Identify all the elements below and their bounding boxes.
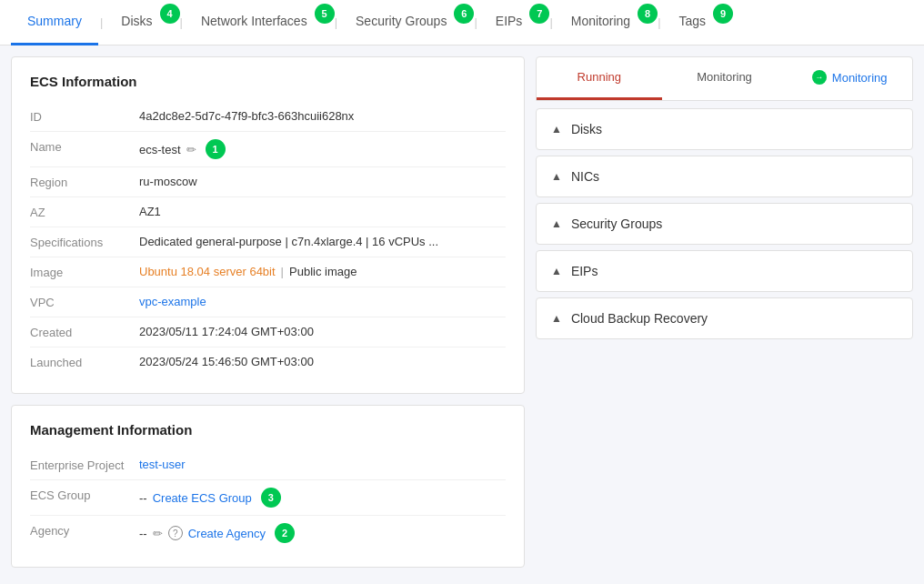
create-agency-link[interactable]: Create Agency	[188, 527, 266, 540]
management-info-title: Management Information	[30, 422, 506, 438]
badge-network-interfaces: 5	[315, 4, 335, 24]
accordion-nics: ▲ NICs	[536, 156, 913, 197]
value-enterprise-project[interactable]: test-user	[139, 458, 186, 471]
divider-3: |	[333, 0, 339, 45]
accordion-header-disks[interactable]: ▲ Disks	[537, 109, 912, 149]
status-tab-monitoring[interactable]: Monitoring	[662, 57, 788, 100]
tab-network-interfaces[interactable]: Network Interfaces 5	[185, 0, 333, 45]
value-specifications: Dedicated general-purpose | c7n.4xlarge.…	[139, 235, 438, 248]
divider-1: |	[98, 0, 105, 45]
row-launched: Launched 2023/05/24 15:46:50 GMT+03:00	[30, 347, 506, 377]
management-info-card: Management Information Enterprise Projec…	[11, 405, 525, 568]
row-image: Image Ubuntu 18.04 server 64bit | Public…	[30, 257, 506, 287]
value-image: Ubuntu 18.04 server 64bit | Public image	[139, 265, 357, 278]
value-created: 2023/05/11 17:24:04 GMT+03:00	[139, 325, 314, 338]
tab-monitoring[interactable]: Monitoring 8	[555, 0, 656, 45]
status-tab-running[interactable]: Running	[537, 57, 662, 100]
help-icon[interactable]: ?	[168, 526, 183, 540]
tab-eips[interactable]: EIPs 7	[479, 0, 548, 45]
arrow-security-groups-icon: ▲	[551, 217, 562, 230]
label-agency: Agency	[30, 523, 139, 538]
ecs-group-dash: --	[139, 491, 147, 505]
value-ecs-group: -- Create ECS Group 3	[139, 488, 281, 508]
row-name: Name ecs-test ✏ 1	[30, 132, 506, 167]
row-vpc: VPC vpc-example	[30, 287, 506, 317]
create-ecs-group-link[interactable]: Create ECS Group	[153, 491, 252, 505]
divider-6: |	[656, 0, 662, 45]
badge-security-groups: 6	[454, 4, 474, 24]
row-enterprise-project: Enterprise Project test-user	[30, 450, 506, 480]
badge-2: 2	[275, 523, 295, 543]
accordion-header-nics[interactable]: ▲ NICs	[537, 156, 912, 196]
public-image-label: Public image	[289, 265, 357, 278]
value-id: 4a2dc8e2-5d7c-47f9-bfc3-663hcuii628nx	[139, 109, 354, 123]
accordion-cloud-backup: ▲ Cloud Backup Recovery	[536, 297, 913, 339]
accordion-eips: ▲ EIPs	[536, 250, 913, 292]
value-launched: 2023/05/24 15:46:50 GMT+03:00	[139, 355, 314, 368]
tab-security-groups[interactable]: Security Groups 6	[339, 0, 472, 45]
ecs-info-title: ECS Information	[30, 74, 506, 89]
label-specifications: Specifications	[30, 235, 139, 249]
status-tab-monitoring-link[interactable]: Monitoring	[787, 57, 912, 100]
label-id: ID	[30, 109, 139, 124]
edit-name-icon[interactable]: ✏	[186, 143, 196, 156]
label-region: Region	[30, 175, 139, 189]
label-az: AZ	[30, 205, 139, 219]
label-name: Name	[30, 139, 139, 154]
label-launched: Launched	[30, 355, 139, 369]
edit-agency-icon[interactable]: ✏	[153, 527, 163, 540]
accordion-header-eips[interactable]: ▲ EIPs	[537, 251, 912, 291]
badge-monitoring: 8	[638, 4, 658, 24]
top-navigation: Summary | Disks 4 | Network Interfaces 5…	[0, 0, 924, 45]
accordion-disks: ▲ Disks	[536, 108, 913, 150]
tab-summary[interactable]: Summary	[11, 0, 98, 45]
badge-tags: 9	[713, 4, 733, 24]
value-region: ru-moscow	[139, 175, 197, 188]
accordion-security-groups: ▲ Security Groups	[536, 203, 913, 245]
label-vpc: VPC	[30, 295, 139, 309]
label-enterprise-project: Enterprise Project	[30, 458, 139, 472]
pipe-separator: |	[281, 265, 284, 278]
badge-1: 1	[206, 139, 226, 159]
row-ecs-group: ECS Group -- Create ECS Group 3	[30, 480, 506, 516]
status-tabs: Running Monitoring Monitoring	[536, 56, 913, 101]
accordion-header-cloud-backup[interactable]: ▲ Cloud Backup Recovery	[537, 298, 912, 338]
row-id: ID 4a2dc8e2-5d7c-47f9-bfc3-663hcuii628nx	[30, 102, 506, 132]
value-az: AZ1	[139, 205, 161, 218]
badge-disks: 4	[160, 4, 180, 24]
image-link[interactable]: Ubuntu 18.04 server 64bit	[139, 265, 276, 278]
arrow-cloud-backup-icon: ▲	[551, 312, 562, 325]
ecs-info-card: ECS Information ID 4a2dc8e2-5d7c-47f9-bf…	[11, 56, 525, 394]
value-vpc[interactable]: vpc-example	[139, 295, 206, 308]
divider-5: |	[547, 0, 554, 45]
arrow-eips-icon: ▲	[551, 265, 562, 277]
label-ecs-group: ECS Group	[30, 488, 139, 502]
badge-3: 3	[261, 488, 281, 508]
agency-dash: --	[139, 527, 147, 540]
row-az: AZ AZ1	[30, 197, 506, 227]
divider-4: |	[472, 0, 478, 45]
arrow-disks-icon: ▲	[551, 123, 562, 136]
value-agency: -- ✏ ? Create Agency 2	[139, 523, 295, 543]
row-specifications: Specifications Dedicated general-purpose…	[30, 227, 506, 257]
accordion-header-security-groups[interactable]: ▲ Security Groups	[537, 204, 912, 244]
row-agency: Agency -- ✏ ? Create Agency 2	[30, 516, 506, 550]
row-created: Created 2023/05/11 17:24:04 GMT+03:00	[30, 317, 506, 347]
badge-eips: 7	[529, 4, 549, 24]
main-layout: ECS Information ID 4a2dc8e2-5d7c-47f9-bf…	[0, 45, 924, 582]
left-panel: ECS Information ID 4a2dc8e2-5d7c-47f9-bf…	[11, 56, 525, 571]
label-image: Image	[30, 265, 139, 279]
right-panel: Running Monitoring Monitoring ▲ Disks ▲ …	[536, 56, 913, 571]
label-created: Created	[30, 325, 139, 339]
divider-2: |	[178, 0, 185, 45]
arrow-nics-icon: ▲	[551, 170, 562, 183]
monitor-dot-icon	[812, 70, 827, 85]
value-name: ecs-test ✏ 1	[139, 139, 226, 159]
tab-disks[interactable]: Disks 4	[105, 0, 177, 45]
row-region: Region ru-moscow	[30, 167, 506, 197]
tab-tags[interactable]: Tags 9	[663, 0, 732, 45]
